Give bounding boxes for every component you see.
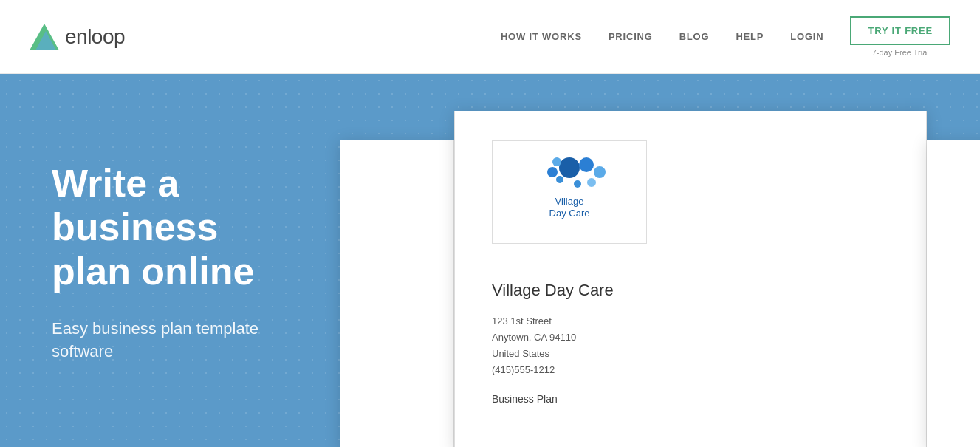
doc-company-name: Village Day Care: [492, 281, 614, 300]
svg-point-3: [579, 157, 594, 172]
hero-text-block: Write a business plan online Easy busine…: [0, 74, 340, 447]
hero-subtext: Easy business plan template software: [52, 318, 303, 364]
svg-point-7: [556, 176, 563, 183]
svg-point-4: [594, 166, 606, 178]
svg-point-2: [559, 157, 580, 178]
svg-text:Day Care: Day Care: [549, 208, 590, 219]
nav-help[interactable]: HELP: [736, 31, 764, 42]
hero-headline: Write a business plan online: [52, 162, 303, 294]
logo-icon: [30, 24, 59, 50]
site-header: enloop HOW IT WORKS PRICING BLOG HELP LO…: [0, 0, 980, 74]
doc-address-line4: (415)555-1212: [492, 364, 555, 375]
hero-document-preview: Village Day Care Village Day Care 123 1s…: [340, 74, 980, 447]
doc-address-line1: 123 1st Street: [492, 315, 552, 327]
doc-page-main: Village Day Care Village Day Care 123 1s…: [454, 111, 927, 447]
svg-point-6: [574, 180, 581, 188]
doc-address-line2: Anytown, CA 94110: [492, 332, 576, 343]
doc-plan-label: Business Plan: [492, 393, 558, 405]
nav-blog[interactable]: BLOG: [679, 31, 710, 42]
svg-point-8: [547, 167, 558, 177]
logo-text: enloop: [65, 25, 125, 49]
doc-logo-box: Village Day Care: [492, 140, 647, 244]
svg-point-9: [552, 157, 561, 166]
village-day-care-logo: Village Day Care: [507, 151, 632, 233]
logo[interactable]: enloop: [30, 24, 125, 50]
trial-label: 7-day Free Trial: [872, 48, 929, 57]
try-free-wrapper: TRY IT FREE 7-day Free Trial: [850, 16, 950, 57]
hero-section: Write a business plan online Easy busine…: [0, 74, 980, 447]
svg-point-5: [587, 178, 596, 187]
doc-page-left: [340, 140, 454, 447]
svg-text:Village: Village: [555, 196, 584, 207]
nav-pricing[interactable]: PRICING: [609, 31, 653, 42]
nav-how-it-works[interactable]: HOW IT WORKS: [501, 31, 582, 42]
nav-login[interactable]: LOGIN: [790, 31, 823, 42]
doc-page-right: [927, 140, 980, 447]
main-nav: HOW IT WORKS PRICING BLOG HELP LOGIN TRY…: [501, 16, 950, 57]
doc-address: 123 1st Street Anytown, CA 94110 United …: [492, 313, 576, 378]
try-free-button[interactable]: TRY IT FREE: [850, 16, 950, 45]
document-container: Village Day Care Village Day Care 123 1s…: [340, 111, 980, 447]
doc-address-line3: United States: [492, 348, 549, 359]
